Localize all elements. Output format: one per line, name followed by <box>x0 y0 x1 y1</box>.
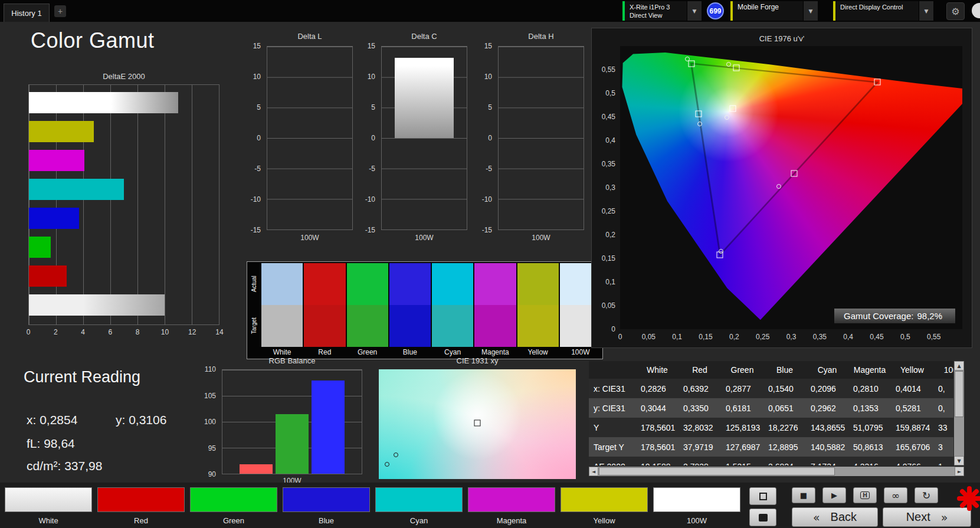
tick-label: 0,2 <box>605 231 615 239</box>
results-table: WhiteRedGreenBlueCyanMagentaYellow100Wx:… <box>589 361 953 465</box>
tab-history[interactable]: History 1 <box>4 4 50 22</box>
top-bar: History 1 + X-Rite i1Pro 3 Direct View ▼… <box>0 0 980 22</box>
patch-swatch <box>468 487 555 512</box>
tick-label: 0,25 <box>756 333 769 341</box>
gamut-coverage-readout: Gamut Coverage:98,2% <box>834 309 955 323</box>
table-cell: 165,6706 <box>891 437 933 457</box>
source-chevron-button[interactable]: ▼ <box>803 1 818 21</box>
v-scroll-thumb[interactable] <box>955 371 963 417</box>
add-tab-button[interactable]: + <box>54 5 66 17</box>
tick-label: -10 <box>482 195 492 204</box>
tick-label: 12 <box>188 328 196 336</box>
refresh-icon: ↻ <box>922 490 930 501</box>
table-horizontal-scrollbar[interactable]: ◄ ► <box>589 467 964 476</box>
scroll-right-button[interactable]: ► <box>955 467 964 476</box>
panel-toggle-button[interactable] <box>749 487 776 505</box>
swatch-columns: WhiteRedGreenBlueCyanMagentaYellow100W <box>260 262 602 359</box>
tick-label: 5 <box>257 103 261 111</box>
meter-chevron-button[interactable]: ▼ <box>687 1 702 21</box>
table-cell: 0,6392 <box>679 379 721 398</box>
deltae-bar-green <box>29 237 51 258</box>
cie-target-marker <box>688 60 694 67</box>
cie31-measured-marker <box>394 452 398 457</box>
meter-dropdown[interactable]: X-Rite i1Pro 3 Direct View ▼ <box>622 1 702 21</box>
tick-label: -5 <box>369 165 375 173</box>
patch-button-white[interactable]: White <box>5 487 92 525</box>
patch-swatch <box>5 487 92 512</box>
table-cell: 3 <box>933 437 953 457</box>
rgb-balance-yticks: 1101051009590 <box>197 369 218 474</box>
control-chevron-button[interactable]: ▼ <box>919 1 933 21</box>
loop-button[interactable]: ∞ <box>884 487 907 503</box>
tick-label: 0,55 <box>602 65 615 74</box>
tick-label: 10 <box>161 328 169 336</box>
patch-button-green[interactable]: Green <box>190 487 277 525</box>
cie-target-marker <box>733 65 740 71</box>
scroll-down-button[interactable]: ▼ <box>954 456 964 465</box>
cie-measured-marker <box>726 62 731 67</box>
refresh-button[interactable]: ↻ <box>915 487 938 503</box>
chevron-down-icon: ▼ <box>925 8 929 14</box>
delta-h-chart: Delta H 151050-5-10-15 100W <box>468 31 586 244</box>
tick-label: 0,15 <box>699 333 712 341</box>
tick-label: 15 <box>253 42 261 50</box>
deltae-plot <box>28 84 219 325</box>
source-dropdown[interactable]: Mobile Forge ▼ <box>730 1 818 21</box>
tick-label: 0,25 <box>602 207 615 215</box>
calibration-app: History 1 + X-Rite i1Pro 3 Direct View ▼… <box>0 0 980 528</box>
loop-icon: ∞ <box>891 490 900 501</box>
chevron-down-icon: ▼ <box>809 8 813 14</box>
patch-button-100w[interactable]: 100W <box>653 487 740 525</box>
cie-target-marker <box>730 105 736 111</box>
control-text: Direct Display Control <box>835 1 919 21</box>
table-header-cell: 100W <box>933 361 953 379</box>
back-button[interactable]: « Back <box>792 507 878 527</box>
source-label: Mobile Forge <box>738 3 798 12</box>
rgb-bar-green <box>276 414 309 474</box>
scroll-up-button[interactable]: ▲ <box>954 361 964 370</box>
patch-swatch <box>561 487 648 512</box>
control-dropdown[interactable]: Direct Display Control ▼ <box>833 1 933 21</box>
table-cell: 0,3350 <box>679 398 721 418</box>
patch-label: Green <box>223 516 244 525</box>
table-header-cell: Yellow <box>891 361 933 379</box>
settings-button[interactable]: ⚙ <box>946 2 965 20</box>
deltae-bar-white <box>29 92 178 113</box>
cie1976-yticks: 0,550,50,450,40,350,30,250,20,150,10,050 <box>594 46 618 329</box>
patch-button-red[interactable]: Red <box>97 487 185 525</box>
table-cell: 51,0795 <box>848 418 891 437</box>
patch-swatch <box>653 487 740 512</box>
swatch-target <box>304 305 345 347</box>
scroll-left-button[interactable]: ◄ <box>589 467 598 476</box>
stop-icon: ■ <box>800 491 807 500</box>
deltae-bar-red <box>29 265 67 287</box>
tick-label: 0 <box>371 134 375 142</box>
swatch-target <box>432 305 473 347</box>
chart-title: Delta L <box>267 32 353 41</box>
screen-toggle-button[interactable] <box>749 509 776 526</box>
stop-button[interactable]: ■ <box>792 487 815 503</box>
tick-label: 0,35 <box>813 333 827 341</box>
chevron-down-icon: ▼ <box>693 8 697 14</box>
swatch-column-white: White <box>261 263 303 358</box>
table-header-row: WhiteRedGreenBlueCyanMagentaYellow100W <box>589 361 953 379</box>
play-button[interactable]: ▶ <box>822 487 846 503</box>
patch-button-cyan[interactable]: Cyan <box>375 487 463 525</box>
patch-button-yellow[interactable]: Yellow <box>561 487 648 525</box>
table-row: y: CIE310,30440,33500,61810,06510,29620,… <box>589 398 953 418</box>
h-scroll-thumb[interactable] <box>599 467 835 475</box>
swatch-actual <box>261 263 303 305</box>
table-row: ΔE 200010,15882,78381,53153,68247,17344,… <box>589 457 953 465</box>
patch-button-blue[interactable]: Blue <box>283 487 370 525</box>
delta-c-plot <box>381 46 467 230</box>
table-header-cell: Magenta <box>848 361 891 379</box>
table-vertical-scrollbar[interactable]: ▲ ▼ <box>954 361 964 465</box>
table-cell: 50,8613 <box>848 437 891 457</box>
swatch-actual <box>517 263 559 305</box>
patch-button-magenta[interactable]: Magenta <box>468 487 555 525</box>
reading-luminance: cd/m²: 337,98 <box>27 459 102 473</box>
tick-label: 10 <box>484 73 492 81</box>
cie-measured-marker <box>725 115 729 120</box>
patch-bar: WhiteRedGreenBlueCyanMagentaYellow100W <box>5 487 740 525</box>
marker-button[interactable]: H <box>853 487 877 503</box>
